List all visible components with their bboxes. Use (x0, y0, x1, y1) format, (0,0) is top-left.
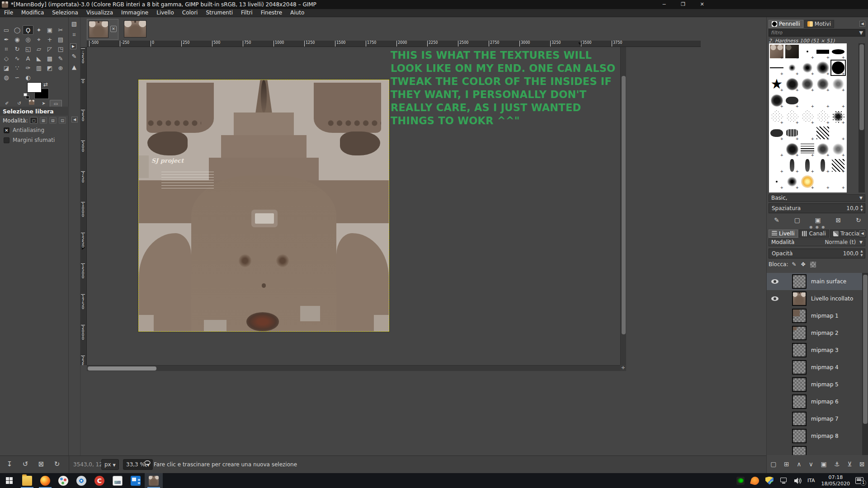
brush-thumbnail[interactable]: + (830, 60, 846, 76)
lock-alpha-icon[interactable] (810, 262, 816, 267)
layer-row[interactable]: mipmap 3 (767, 342, 862, 359)
close-button[interactable]: ✕ (694, 0, 710, 9)
restore-tool-preset-icon[interactable]: ↺ (20, 460, 30, 468)
brush-thumbnail[interactable]: + (800, 92, 815, 108)
vertical-scrollbar[interactable] (620, 47, 626, 365)
horizontal-scrollbar[interactable] (87, 365, 620, 371)
volume-tray-icon[interactable] (793, 477, 802, 485)
layer-row[interactable]: mipmap 7 (767, 410, 862, 427)
spacing-slider[interactable]: Spaziatura10,0 ▲▼ (769, 203, 865, 213)
avast-tray-icon[interactable] (750, 475, 760, 485)
tool-ellipse-select[interactable]: ◯ (12, 25, 23, 35)
delete-layer-icon[interactable]: ⊠ (859, 460, 865, 468)
taskbar-cd-burner[interactable] (72, 473, 90, 488)
layer-row[interactable] (767, 445, 862, 455)
brush-thumbnail[interactable]: + (769, 157, 784, 174)
notification-center-icon[interactable]: 1 (855, 477, 863, 484)
taskbar-ccleaner[interactable]: C (90, 473, 108, 488)
duplicate-layer-icon[interactable]: ▣ (821, 460, 827, 468)
menu-livello[interactable]: Livello (152, 9, 178, 17)
tab-tool-options[interactable]: ✐ (1, 100, 13, 107)
tool-crop[interactable]: ⌗ (1, 44, 12, 54)
paint-dialog-icon[interactable]: ✎ (70, 52, 78, 61)
tab-motivi[interactable]: Motivi (804, 20, 834, 28)
selection-dialog-icon[interactable]: ▧ (70, 20, 78, 28)
tool-color-picker[interactable]: ◉ (12, 35, 23, 44)
tool-paths[interactable]: ✒ (1, 35, 12, 44)
foreground-color-swatch[interactable] (27, 82, 42, 93)
collapse-brushes-dock-icon[interactable]: ◀ (859, 21, 865, 27)
delete-tool-preset-icon[interactable]: ⊠ (36, 460, 46, 468)
brush-thumbnail[interactable]: + (769, 60, 784, 76)
tool-scale[interactable]: ◱ (23, 44, 33, 54)
menu-colori[interactable]: Colori (178, 9, 202, 17)
layer-mode-dropdown[interactable]: Modalità ▼ Normale (t) (769, 239, 865, 246)
swap-colors-icon[interactable]: ⇄ (43, 81, 48, 88)
lower-layer-icon[interactable]: ∨ (809, 460, 813, 468)
mode-subtract-button[interactable]: ⊟ (49, 117, 57, 124)
brush-thumbnail[interactable]: + (830, 174, 846, 190)
menu-finestre[interactable]: Finestre (257, 9, 286, 17)
feather-edges-option[interactable]: Margini sfumati (0, 135, 69, 145)
brush-thumbnail[interactable]: + (830, 92, 846, 108)
network-tray-icon[interactable] (780, 477, 788, 485)
layer-opacity-slider[interactable]: Opacità100,0 ▲▼ (769, 249, 865, 258)
tool-rotate[interactable]: ↻ (12, 44, 23, 54)
tool-bucket-fill[interactable]: ◣ (33, 54, 44, 63)
image-viewport[interactable]: SJ project THIS IS WHAT THE TEXTURES WIL… (87, 47, 620, 365)
start-button[interactable] (0, 473, 18, 488)
restore-button[interactable]: ❐ (675, 0, 691, 9)
brush-thumbnail[interactable]: + (784, 60, 800, 76)
brush-group-dropdown[interactable]: Basic,▼ (769, 194, 865, 202)
brush-thumbnail[interactable]: + (800, 141, 815, 157)
brush-thumbnail[interactable]: + (815, 108, 830, 125)
tool-clone[interactable]: ▥ (33, 63, 44, 73)
brush-thumbnail[interactable]: + (784, 125, 800, 141)
brush-thumbnail[interactable]: + (784, 92, 800, 108)
tool-shear[interactable]: ▱ (33, 44, 44, 54)
tool-rect-select[interactable]: ▭ (1, 25, 12, 35)
defender-tray-icon[interactable] (765, 477, 774, 485)
image-tab-current[interactable]: ✕ (87, 19, 118, 40)
delete-brush-icon[interactable]: ⊠ (836, 216, 841, 224)
taskbar-file-explorer[interactable] (18, 473, 36, 488)
tab-canvas[interactable]: ▭ (50, 100, 62, 107)
taskbar-gimp[interactable] (145, 473, 163, 488)
crop-dialog-icon[interactable]: ⌗ (70, 31, 78, 39)
brush-thumbnail[interactable]: + (769, 141, 784, 157)
brush-thumbnail[interactable]: + (830, 157, 846, 174)
brush-thumbnail[interactable]: + (815, 92, 830, 108)
close-image-icon[interactable]: ✕ (110, 26, 117, 32)
new-layer-icon[interactable]: ▢ (770, 460, 776, 468)
tool-perspective-clone[interactable]: ◩ (44, 63, 55, 73)
taskbar-image-viewer[interactable] (108, 473, 127, 488)
brush-thumbnail[interactable]: + (830, 125, 846, 141)
menu-modifica[interactable]: Modifica (17, 9, 48, 17)
tool-perspective[interactable]: ◸ (44, 44, 55, 54)
brush-thumbnail[interactable]: + (815, 43, 830, 60)
taskbar-firefox[interactable] (36, 473, 54, 488)
brush-thumbnail[interactable]: + (800, 60, 815, 76)
brush-thumbnail[interactable]: + (815, 76, 830, 92)
nvidia-tray-icon[interactable] (736, 477, 745, 485)
menu-filtri[interactable]: Filtri (237, 9, 257, 17)
brush-thumbnail[interactable]: + (784, 174, 800, 190)
unit-dropdown[interactable]: px ▼ (101, 459, 119, 470)
menu-immagine[interactable]: Immagine (117, 9, 152, 17)
edit-brush-icon[interactable]: ✎ (774, 216, 779, 224)
taskbar-slides[interactable] (127, 473, 145, 488)
lock-position-icon[interactable]: ✥ (801, 261, 806, 267)
layer-list-scrollbar[interactable] (862, 273, 868, 455)
reset-tool-options-icon[interactable]: ↻ (52, 460, 62, 468)
tool-free-select[interactable]: Ϙ (23, 25, 33, 35)
raise-layer-icon[interactable]: ∧ (797, 460, 801, 468)
tool-fuzzy-select[interactable]: ✦ (33, 25, 44, 35)
tool-pattern-fill[interactable]: ▩ (44, 54, 55, 63)
layer-row[interactable]: mipmap 6 (767, 393, 862, 410)
default-colors-icon[interactable] (24, 93, 29, 99)
menu-seleziona[interactable]: Seleziona (48, 9, 82, 17)
brush-thumbnail[interactable]: + (769, 108, 784, 125)
menu-aiuto[interactable]: Aiuto (286, 9, 308, 17)
menu-visualizza[interactable]: Visualizza (82, 9, 117, 17)
brush-thumbnail[interactable]: + (784, 157, 800, 174)
